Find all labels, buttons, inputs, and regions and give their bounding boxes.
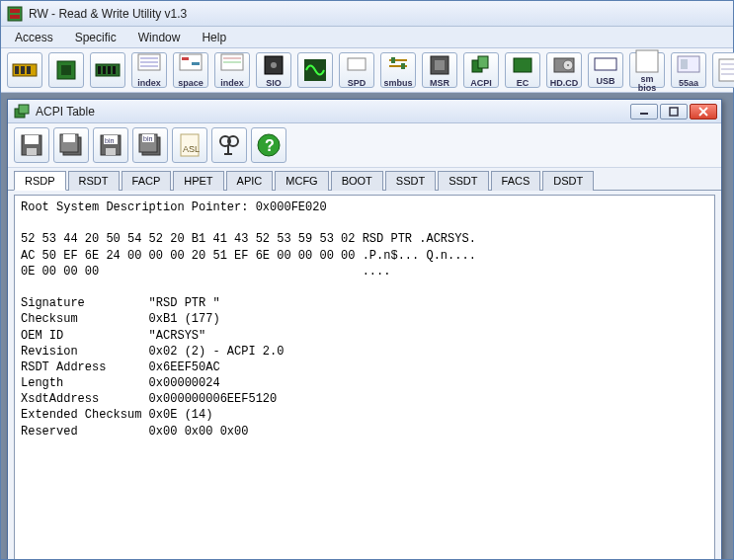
svg-rect-44	[719, 59, 734, 81]
minimize-button[interactable]	[630, 104, 658, 120]
svg-rect-43	[681, 59, 688, 69]
tab-rsdt[interactable]: RSDT	[68, 171, 120, 191]
svg-point-39	[567, 64, 569, 66]
svg-rect-31	[401, 63, 405, 69]
svg-rect-12	[108, 66, 111, 74]
usb-icon-label: USB	[596, 77, 614, 86]
acpi-icon[interactable]: ACPI	[463, 52, 499, 88]
svg-rect-40	[595, 58, 616, 70]
smbus-icon-label: smbus	[383, 79, 412, 88]
menubar: Access Specific Window Help	[1, 27, 733, 48]
acpi-window-icon	[14, 104, 30, 120]
acpi-window: ACPI Table binbinASL? RSDPRSDTFACPHPETAP…	[7, 99, 722, 559]
svg-rect-10	[98, 66, 101, 74]
hdcd-icon[interactable]: HD.CD	[546, 52, 582, 88]
tab-facp[interactable]: FACP	[122, 171, 172, 191]
msr-icon[interactable]: MSR	[422, 52, 457, 88]
svg-rect-61	[63, 134, 75, 142]
sio-icon-label: SIO	[266, 79, 282, 88]
msr-icon-label: MSR	[430, 79, 449, 88]
svg-text:bin: bin	[105, 137, 114, 144]
svg-rect-6	[27, 66, 31, 74]
acpi-tabstrip: RSDPRSDTFACPHPETAPICMCFGBOOTSSDTSSDTFACS…	[8, 168, 721, 191]
index-icon-label: index	[137, 79, 161, 88]
mdi-area: ACPI Table binbinASL? RSDPRSDTFACPHPETAP…	[1, 93, 733, 559]
tab-rsdp[interactable]: RSDP	[14, 171, 66, 191]
menu-window[interactable]: Window	[128, 29, 191, 46]
tab-dsdt[interactable]: DSDT	[542, 171, 594, 191]
ec-icon-label: EC	[517, 79, 530, 88]
tab-boot[interactable]: BOOT	[331, 171, 383, 191]
ram-icon[interactable]	[90, 52, 125, 88]
svg-rect-2	[10, 15, 20, 19]
acpi-titlebar: ACPI Table	[8, 100, 721, 123]
svg-rect-11	[103, 66, 106, 74]
app-icon	[7, 6, 23, 22]
tab-hpet[interactable]: HPET	[173, 171, 223, 191]
svg-point-25	[271, 62, 277, 68]
tab-mcfg[interactable]: MCFG	[275, 171, 328, 191]
window-controls	[630, 104, 717, 120]
svg-rect-35	[478, 56, 488, 68]
tab-ssdt[interactable]: SSDT	[385, 171, 436, 191]
svg-text:?: ?	[265, 137, 275, 154]
device-icon-label: 55aa	[679, 79, 698, 88]
space-icon[interactable]: space	[173, 52, 208, 88]
menu-help[interactable]: Help	[192, 29, 236, 46]
save-all-bin-icon[interactable]: bin	[132, 127, 168, 163]
sio-icon[interactable]: SIO	[256, 52, 291, 88]
index2-icon[interactable]: index	[214, 52, 250, 88]
svg-rect-53	[670, 108, 678, 116]
svg-rect-8	[61, 65, 71, 75]
hdcd-icon-label: HD.CD	[550, 79, 579, 88]
svg-rect-20	[192, 62, 200, 65]
acpi-title: ACPI Table	[36, 105, 95, 119]
smbios-icon-label: smbios	[638, 75, 657, 93]
svg-text:bin: bin	[143, 135, 152, 142]
misc-icon[interactable]	[712, 52, 734, 88]
asl-icon[interactable]: ASL	[172, 127, 207, 163]
svg-rect-1	[10, 9, 20, 13]
space-icon-label: space	[178, 79, 204, 88]
svg-text:ASL: ASL	[183, 144, 200, 154]
smbus-icon[interactable]: smbus	[380, 52, 416, 88]
save-icon[interactable]	[14, 127, 49, 163]
svg-rect-33	[435, 60, 445, 70]
tab-apic[interactable]: APIC	[226, 171, 274, 191]
main-toolbar: indexspaceindexSIOSPDsmbusMSRACPIECHD.CD…	[1, 48, 733, 93]
titlebar: RW - Read & Write Utility v1.3	[1, 1, 733, 27]
tab-facs[interactable]: FACS	[491, 171, 541, 191]
help-icon[interactable]: ?	[251, 127, 286, 163]
svg-rect-19	[182, 57, 189, 60]
chip-green-icon[interactable]	[48, 52, 84, 88]
index2-icon-label: index	[220, 79, 244, 88]
main-window: RW - Read & Write Utility v1.3 Access Sp…	[0, 0, 734, 560]
tab-ssdt-8[interactable]: SSDT	[438, 171, 488, 191]
svg-rect-36	[514, 58, 531, 72]
svg-rect-13	[113, 66, 116, 74]
ec-icon[interactable]: EC	[505, 52, 540, 88]
acpi-icon-label: ACPI	[470, 79, 492, 88]
close-button[interactable]	[690, 104, 717, 120]
clock-icon[interactable]	[297, 52, 333, 88]
svg-rect-30	[391, 57, 395, 63]
usb-icon[interactable]: USB	[588, 52, 623, 88]
menu-access[interactable]: Access	[5, 29, 63, 46]
index-icon[interactable]: index	[131, 52, 167, 88]
save-all-icon[interactable]	[53, 127, 89, 163]
acpi-content: Root System Description Pointer: 0x000FE…	[14, 195, 715, 559]
svg-rect-27	[348, 58, 366, 70]
device-icon[interactable]: 55aa	[671, 52, 706, 88]
maximize-button[interactable]	[660, 104, 688, 120]
menu-specific[interactable]: Specific	[65, 29, 126, 46]
memory-icon[interactable]	[7, 52, 42, 88]
find-icon[interactable]	[211, 127, 247, 163]
svg-rect-58	[27, 148, 37, 155]
spd-icon[interactable]: SPD	[339, 52, 374, 88]
save-bin-icon[interactable]: bin	[93, 127, 128, 163]
smbios-icon[interactable]: smbios	[629, 52, 665, 88]
svg-rect-5	[21, 66, 25, 74]
acpi-toolbar: binbinASL?	[8, 123, 721, 168]
window-title: RW - Read & Write Utility v1.3	[29, 7, 187, 21]
svg-rect-41	[636, 50, 658, 72]
